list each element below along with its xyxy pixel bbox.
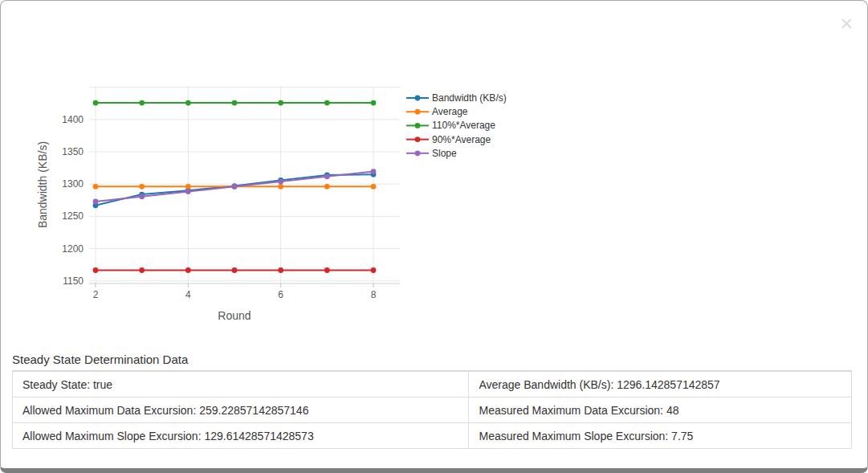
x-tick-label: 8 bbox=[371, 289, 377, 300]
steady-state-section: Steady State Determination Data Steady S… bbox=[12, 351, 852, 449]
table-cell: Measured Maximum Data Excursion: 48 bbox=[469, 398, 852, 423]
close-icon[interactable]: ✕ bbox=[839, 15, 854, 32]
table-cell: Allowed Maximum Slope Excursion: 129.614… bbox=[13, 423, 469, 449]
data-point bbox=[185, 267, 191, 273]
y-axis: 115012001250130013501400Bandwidth (KB/s) bbox=[36, 114, 84, 287]
data-point bbox=[324, 100, 330, 106]
data-point bbox=[278, 179, 283, 185]
y-tick-label: 1350 bbox=[62, 146, 84, 157]
y-tick-label: 1400 bbox=[62, 114, 84, 125]
legend-marker-icon bbox=[415, 137, 421, 142]
legend-label: 110%*Average bbox=[432, 120, 495, 131]
table-row: Steady State: trueAverage Bandwidth (KB/… bbox=[13, 372, 852, 398]
steady-state-table-body: Steady State: trueAverage Bandwidth (KB/… bbox=[13, 372, 852, 449]
data-point bbox=[278, 267, 283, 273]
table-cell: Allowed Maximum Data Excursion: 259.2285… bbox=[13, 398, 469, 423]
legend-label: Average bbox=[432, 106, 468, 117]
steady-state-modal: ✕ 2468Round115012001250130013501400Bandw… bbox=[0, 0, 868, 473]
legend-marker-icon bbox=[415, 96, 421, 101]
bandwidth-chart-svg: 2468Round115012001250130013501400Bandwid… bbox=[25, 57, 571, 338]
x-axis: 2468Round bbox=[89, 283, 400, 322]
data-point bbox=[232, 184, 238, 190]
data-point bbox=[139, 100, 145, 106]
table-cell: Measured Maximum Slope Excursion: 7.75 bbox=[469, 423, 852, 449]
legend-item: Slope bbox=[406, 148, 457, 159]
data-point bbox=[371, 169, 377, 174]
table-row: Allowed Maximum Data Excursion: 259.2285… bbox=[13, 398, 852, 423]
x-tick-label: 4 bbox=[185, 289, 191, 300]
legend-item: Bandwidth (KB/s) bbox=[406, 92, 507, 104]
legend-label: 90%*Average bbox=[432, 134, 491, 145]
x-tick-label: 6 bbox=[278, 289, 283, 300]
table-cell: Steady State: true bbox=[13, 372, 469, 398]
y-axis-title: Bandwidth (KB/s) bbox=[36, 141, 49, 228]
data-point bbox=[278, 184, 283, 190]
data-point bbox=[324, 173, 330, 179]
legend-label: Slope bbox=[432, 148, 457, 159]
legend-marker-icon bbox=[415, 150, 421, 156]
table-cell: Average Bandwidth (KB/s): 1296.142857142… bbox=[469, 372, 852, 398]
y-tick-label: 1150 bbox=[63, 275, 84, 287]
data-point bbox=[185, 189, 191, 194]
legend-item: 110%*Average bbox=[406, 120, 495, 131]
data-point bbox=[324, 267, 330, 273]
data-point bbox=[324, 184, 330, 190]
legend-marker-icon bbox=[415, 109, 421, 115]
data-point bbox=[371, 184, 377, 190]
legend-item: Average bbox=[406, 106, 468, 117]
data-point bbox=[232, 100, 238, 106]
legend-item: 90%*Average bbox=[406, 134, 491, 145]
series-bandwidth-kb-s bbox=[93, 172, 377, 208]
data-point bbox=[185, 100, 191, 106]
data-point bbox=[93, 184, 99, 190]
x-tick-label: 2 bbox=[93, 289, 99, 300]
steady-state-table: Steady State: trueAverage Bandwidth (KB/… bbox=[12, 371, 852, 449]
data-point bbox=[139, 184, 145, 190]
bandwidth-chart: 2468Round115012001250130013501400Bandwid… bbox=[25, 57, 571, 338]
series-90-average bbox=[93, 267, 377, 273]
data-point bbox=[278, 100, 283, 106]
data-point bbox=[139, 267, 145, 273]
legend-marker-icon bbox=[415, 123, 421, 128]
x-axis-title: Round bbox=[218, 309, 251, 322]
table-row: Allowed Maximum Slope Excursion: 129.614… bbox=[13, 423, 852, 449]
y-tick-label: 1300 bbox=[62, 178, 84, 190]
data-point bbox=[93, 267, 99, 273]
data-point bbox=[371, 100, 377, 106]
series-110-average bbox=[93, 100, 377, 106]
section-title: Steady State Determination Data bbox=[12, 351, 852, 371]
legend-label: Bandwidth (KB/s) bbox=[432, 92, 507, 104]
data-point bbox=[93, 199, 99, 205]
data-point bbox=[139, 194, 145, 199]
y-tick-label: 1250 bbox=[62, 210, 84, 222]
data-point bbox=[371, 267, 377, 273]
data-point bbox=[185, 184, 191, 190]
y-tick-label: 1200 bbox=[62, 243, 84, 255]
legend: Bandwidth (KB/s)Average110%*Average90%*A… bbox=[406, 92, 507, 159]
data-point bbox=[93, 100, 99, 106]
data-point bbox=[232, 267, 238, 273]
